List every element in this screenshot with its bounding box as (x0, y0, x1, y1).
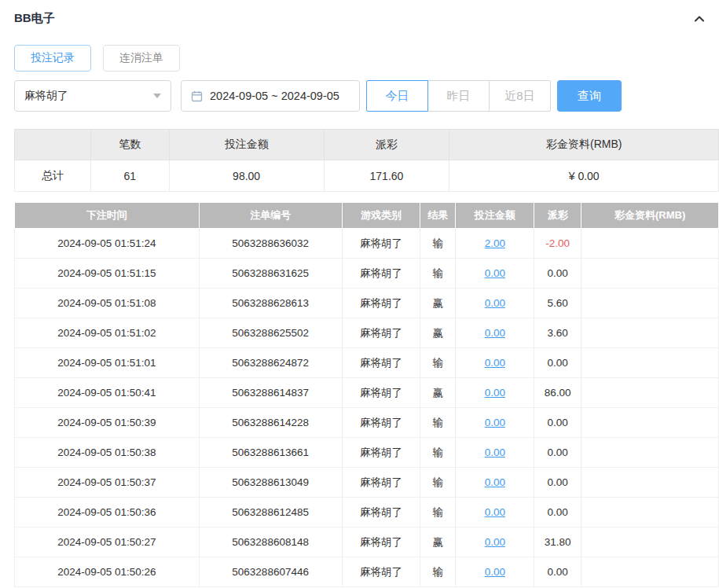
search-button[interactable]: 查询 (557, 80, 622, 112)
result-cell: 输 (420, 498, 456, 527)
jackpot-cell (581, 438, 719, 468)
chevron-up-icon[interactable] (692, 12, 706, 26)
result-cell: 输 (420, 438, 456, 468)
jackpot-cell (581, 498, 719, 527)
order-number-cell: 5063288613661 (199, 438, 342, 468)
result-cell: 输 (420, 259, 456, 288)
payout-cell: 5.60 (534, 288, 581, 318)
bet-amount-link[interactable]: 0.00 (456, 408, 534, 438)
bet-amount-link[interactable]: 0.00 (456, 348, 534, 378)
panel-header: BB电子 (14, 11, 719, 26)
bet-time-cell: 2024-09-05 01:50:37 (15, 468, 200, 498)
bet-time-cell: 2024-09-05 01:50:36 (15, 498, 200, 527)
col-order-number: 注单编号 (199, 203, 342, 229)
result-cell: 赢 (420, 378, 456, 408)
summary-header-row: 笔数 投注金额 派彩 彩金资料(RMB) (15, 130, 719, 160)
bet-amount-link[interactable]: 0.00 (456, 468, 534, 498)
game-select[interactable]: 麻将胡了 (14, 80, 171, 112)
order-number-cell: 5063288612485 (199, 498, 342, 527)
col-jackpot: 彩金资料(RMB) (581, 203, 719, 229)
table-row: 2024-09-05 01:50:27 5063288608148 麻将胡了 赢… (15, 527, 719, 557)
bet-time-cell: 2024-09-05 01:51:15 (15, 259, 200, 288)
bet-amount-link[interactable]: 0.00 (456, 498, 534, 527)
bet-amount-link[interactable]: 0.00 (456, 288, 534, 318)
bet-amount-link[interactable]: 0.00 (456, 557, 534, 587)
bet-amount-link[interactable]: 0.00 (456, 438, 534, 468)
payout-cell: 31.80 (534, 527, 581, 557)
result-cell: 输 (420, 557, 456, 587)
summary-header-bet-amount: 投注金额 (169, 130, 324, 160)
table-row: 2024-09-05 01:51:15 5063288631625 麻将胡了 输… (15, 259, 719, 288)
game-type-cell: 麻将胡了 (342, 468, 420, 498)
jackpot-cell (581, 259, 719, 288)
bet-amount-link[interactable]: 2.00 (456, 229, 534, 259)
summary-total-row: 总计 61 98.00 171.60 ¥ 0.00 (15, 160, 719, 192)
payout-cell: 0.00 (534, 259, 581, 288)
payout-cell: 0.00 (534, 557, 581, 587)
game-type-cell: 麻将胡了 (342, 259, 420, 288)
summary-bet-amount-value: 98.00 (169, 160, 324, 192)
bet-amount-link[interactable]: 0.00 (456, 318, 534, 348)
payout-cell: 86.00 (534, 378, 581, 408)
records-header-row: 下注时间 注单编号 游戏类别 结果 投注金额 派彩 彩金资料(RMB) (15, 203, 719, 229)
jackpot-cell (581, 378, 719, 408)
order-number-cell: 5063288608148 (199, 527, 342, 557)
yesterday-button[interactable]: 昨日 (427, 80, 490, 112)
table-row: 2024-09-05 01:51:24 5063288636032 麻将胡了 输… (15, 229, 719, 259)
payout-cell: 3.60 (534, 318, 581, 348)
result-cell: 输 (420, 348, 456, 378)
summary-header-payout: 派彩 (324, 130, 449, 160)
summary-payout-value: 171.60 (324, 160, 449, 192)
game-type-cell: 麻将胡了 (342, 498, 420, 527)
payout-cell: -2.00 (534, 229, 581, 259)
order-number-cell: 5063288607446 (199, 557, 342, 587)
order-number-cell: 5063288628613 (199, 288, 342, 318)
bet-time-cell: 2024-09-05 01:50:39 (15, 408, 200, 438)
records-body: 2024-09-05 01:51:24 5063288636032 麻将胡了 输… (15, 229, 719, 587)
payout-cell: 0.00 (534, 498, 581, 527)
result-cell: 输 (420, 468, 456, 498)
table-row: 2024-09-05 01:50:41 5063288614837 麻将胡了 赢… (15, 378, 719, 408)
col-bet-time: 下注时间 (15, 203, 200, 229)
bet-time-cell: 2024-09-05 01:51:02 (15, 318, 200, 348)
game-type-cell: 麻将胡了 (342, 438, 420, 468)
calendar-icon (191, 90, 203, 102)
result-cell: 赢 (420, 318, 456, 348)
summary-total-label: 总计 (15, 160, 91, 192)
summary-header-empty (15, 130, 91, 160)
game-type-cell: 麻将胡了 (342, 318, 420, 348)
result-cell: 赢 (420, 527, 456, 557)
date-range-picker[interactable]: 2024-09-05 ~ 2024-09-05 (181, 80, 360, 112)
records-table: 下注时间 注单编号 游戏类别 结果 投注金额 派彩 彩金资料(RMB) 2024… (14, 202, 719, 587)
game-type-cell: 麻将胡了 (342, 408, 420, 438)
result-cell: 输 (420, 229, 456, 259)
result-cell: 赢 (420, 288, 456, 318)
jackpot-cell (581, 318, 719, 348)
result-cell: 输 (420, 408, 456, 438)
bet-amount-link[interactable]: 0.00 (456, 259, 534, 288)
jackpot-cell (581, 468, 719, 498)
game-type-cell: 麻将胡了 (342, 557, 420, 587)
payout-cell: 0.00 (534, 408, 581, 438)
tab-bet-records[interactable]: 投注记录 (14, 45, 91, 72)
summary-header-jackpot: 彩金资料(RMB) (449, 130, 719, 160)
bet-amount-link[interactable]: 0.00 (456, 378, 534, 408)
jackpot-cell (581, 557, 719, 587)
col-bet-amount: 投注金额 (456, 203, 534, 229)
today-button[interactable]: 今日 (366, 80, 428, 112)
col-game-type: 游戏类别 (342, 203, 420, 229)
order-number-cell: 5063288631625 (199, 259, 342, 288)
last-8-days-button[interactable]: 近8日 (489, 80, 551, 112)
summary-table: 笔数 投注金额 派彩 彩金资料(RMB) 总计 61 98.00 171.60 … (14, 129, 719, 192)
order-number-cell: 5063288624872 (199, 348, 342, 378)
order-number-cell: 5063288625502 (199, 318, 342, 348)
order-number-cell: 5063288614228 (199, 408, 342, 438)
jackpot-cell (581, 408, 719, 438)
tab-bar: 投注记录 连消注单 (14, 45, 719, 72)
payout-cell: 0.00 (534, 438, 581, 468)
bet-amount-link[interactable]: 0.00 (456, 527, 534, 557)
filter-row: 麻将胡了 2024-09-05 ~ 2024-09-05 今日 昨日 近8日 查… (14, 80, 719, 112)
jackpot-cell (581, 288, 719, 318)
bb-panel: BB电子 投注记录 连消注单 麻将胡了 2024-09-05 ~ 2024-09… (0, 0, 719, 587)
tab-cancelled-orders[interactable]: 连消注单 (103, 45, 180, 72)
